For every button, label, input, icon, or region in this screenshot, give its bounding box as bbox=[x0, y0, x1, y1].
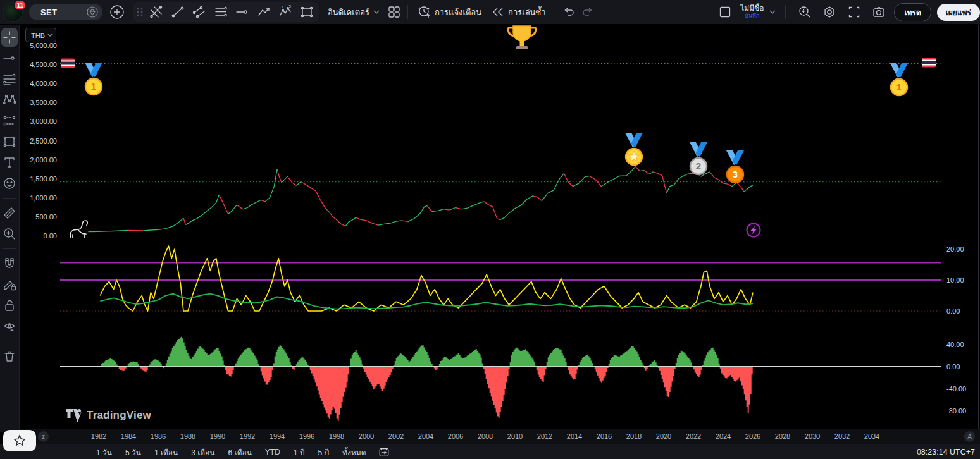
symbol-search-input[interactable]: SET bbox=[29, 4, 102, 20]
bottom-status-bar: 1 วัน5 วัน1 เดือน3 เดือน6 เดือนYTD1 ปี5 … bbox=[0, 444, 980, 459]
third-place-medal-emoji[interactable]: 3 bbox=[726, 150, 744, 183]
currency-selector[interactable]: THB bbox=[25, 28, 56, 42]
sports-medal-emoji[interactable] bbox=[625, 133, 643, 165]
trade-button[interactable]: เทรด bbox=[894, 3, 931, 21]
fullscreen-icon bbox=[847, 5, 861, 19]
parallel-channel-icon bbox=[192, 5, 206, 19]
forecast-tool-button[interactable] bbox=[1, 111, 18, 130]
layout-select-button[interactable] bbox=[716, 3, 735, 21]
first-place-medal-emoji[interactable]: 1 bbox=[890, 63, 908, 95]
horizontal-lines-tool-button[interactable] bbox=[210, 3, 232, 21]
lock-all-tool-button[interactable] bbox=[1, 296, 18, 315]
xabcd-pattern-tool-button[interactable] bbox=[1, 90, 18, 109]
trend-zigzag-tool-button[interactable] bbox=[253, 3, 275, 21]
settings-button[interactable] bbox=[820, 3, 839, 21]
elliott-wave-tool-button[interactable]: 15 bbox=[275, 3, 296, 21]
timeframe-0[interactable]: 1 วัน bbox=[96, 446, 112, 458]
quick-search-button[interactable] bbox=[795, 3, 814, 21]
svg-text:3: 3 bbox=[733, 169, 738, 180]
add-symbol-button[interactable] bbox=[108, 3, 127, 21]
text-tool-button[interactable] bbox=[1, 153, 18, 172]
chart-canvas[interactable]: 1123 bbox=[0, 0, 980, 459]
timezone-badge[interactable]: z bbox=[38, 431, 49, 442]
timeframe-3[interactable]: 3 เดือน bbox=[191, 446, 214, 458]
ruler-tool-button[interactable] bbox=[1, 204, 18, 223]
first-place-medal-emoji[interactable]: 1 bbox=[85, 63, 102, 95]
timeframe-6[interactable]: 1 ปี bbox=[294, 446, 305, 458]
trophy-emoji[interactable] bbox=[508, 26, 537, 49]
year-label: 1994 bbox=[270, 432, 285, 440]
alert-clock-icon bbox=[417, 5, 431, 19]
publish-button[interactable]: เผยแพร่ bbox=[937, 4, 980, 21]
trend-line-tool-button[interactable] bbox=[167, 3, 189, 21]
price-series bbox=[297, 182, 301, 186]
toolbar-divider bbox=[3, 198, 16, 199]
search-lightning-icon bbox=[798, 5, 812, 19]
user-avatar[interactable]: 11 bbox=[3, 2, 23, 22]
redo-button[interactable] bbox=[578, 3, 597, 21]
chevron-down-icon[interactable] bbox=[769, 10, 776, 14]
pitchfork-tool-button[interactable] bbox=[146, 3, 167, 21]
price-series bbox=[640, 171, 644, 171]
time-axis[interactable]: z A 198219841986198819901992199419961998… bbox=[19, 429, 980, 444]
timeframe-1[interactable]: 5 วัน bbox=[125, 446, 141, 458]
rectangle-tool-button[interactable] bbox=[1, 132, 18, 151]
crosshair-tool-button[interactable] bbox=[1, 28, 18, 47]
symbol-label: SET bbox=[40, 8, 57, 17]
second-place-medal-emoji[interactable]: 2 bbox=[690, 142, 707, 174]
toolbar-divider bbox=[3, 341, 16, 341]
histogram-scale-label: 0.00 bbox=[946, 363, 960, 370]
fullscreen-button[interactable] bbox=[845, 3, 864, 21]
templates-grid-icon bbox=[387, 5, 401, 19]
hide-drawings-tool-button[interactable] bbox=[1, 317, 18, 336]
favorite-drawings-toolbar: 15 bbox=[133, 2, 319, 22]
undo-button[interactable] bbox=[559, 3, 578, 21]
alerts-button[interactable]: การแจ้งเตือน bbox=[412, 2, 487, 22]
timeframe-4[interactable]: 6 เดือน bbox=[228, 446, 252, 458]
lightning-bolt-marker[interactable] bbox=[747, 224, 760, 237]
price-label: 3,000.00 bbox=[22, 118, 57, 125]
price-series bbox=[456, 208, 461, 209]
horizontal-ray-tool-button[interactable] bbox=[232, 3, 253, 21]
horizontal-ray-icon bbox=[235, 5, 249, 19]
session-clock[interactable]: 08:23:14 UTC+7 bbox=[917, 448, 975, 456]
thailand-flag-emoji[interactable] bbox=[922, 58, 936, 68]
layout-title-button[interactable]: ไม่มีชื่อ บันทึก bbox=[740, 4, 764, 19]
horizontal-ray-icon bbox=[3, 51, 16, 65]
ruler-icon bbox=[3, 206, 16, 220]
drag-handle-icon[interactable] bbox=[134, 3, 146, 21]
price-series bbox=[277, 169, 282, 183]
timeframe-8[interactable]: ทั้งหมด bbox=[342, 446, 366, 458]
histogram-scale-label: -80.00 bbox=[946, 407, 966, 415]
rectangle-tool-button[interactable] bbox=[296, 3, 318, 21]
parallel-channel-tool-button[interactable] bbox=[189, 3, 210, 21]
autoscale-badge[interactable]: A bbox=[964, 431, 975, 442]
fib-retracement-tool-button[interactable] bbox=[1, 70, 18, 89]
indicators-button[interactable]: อินดิเคเตอร์ bbox=[323, 2, 385, 22]
year-label: 2010 bbox=[507, 432, 523, 440]
dinosaur-emoji[interactable] bbox=[70, 221, 87, 238]
indicator-templates-button[interactable] bbox=[385, 3, 404, 21]
svg-text:1: 1 bbox=[91, 81, 96, 92]
tradingview-logo[interactable]: TradingView bbox=[65, 408, 151, 422]
undo-arrow-icon bbox=[562, 5, 576, 19]
timeframe-7[interactable]: 5 ปี bbox=[318, 446, 329, 458]
emoji-tool-button[interactable] bbox=[1, 174, 18, 193]
timeframe-2[interactable]: 1 เดือน bbox=[154, 446, 178, 458]
drawing-lock-tool-button[interactable] bbox=[1, 275, 18, 294]
replay-button[interactable]: การเล่นซ้ำ bbox=[487, 2, 551, 22]
zoom-in-tool-button[interactable] bbox=[1, 224, 18, 243]
remove-drawings-tool-button[interactable] bbox=[1, 346, 18, 365]
price-series bbox=[635, 166, 640, 171]
go-to-date-button[interactable] bbox=[376, 445, 392, 459]
favorites-star-button[interactable] bbox=[3, 430, 36, 451]
top-toolbar: 11 SET bbox=[0, 0, 980, 25]
timeframe-5[interactable]: YTD bbox=[265, 448, 280, 456]
price-label: 2,000.00 bbox=[22, 156, 57, 164]
horizontal-ray-tool-button[interactable] bbox=[1, 49, 18, 68]
year-label: 2026 bbox=[745, 432, 760, 440]
screenshot-button[interactable] bbox=[869, 3, 888, 21]
magnet-tool-button[interactable] bbox=[1, 254, 18, 273]
thailand-flag-emoji[interactable] bbox=[61, 59, 75, 68]
save-label: บันทึก bbox=[745, 13, 759, 20]
